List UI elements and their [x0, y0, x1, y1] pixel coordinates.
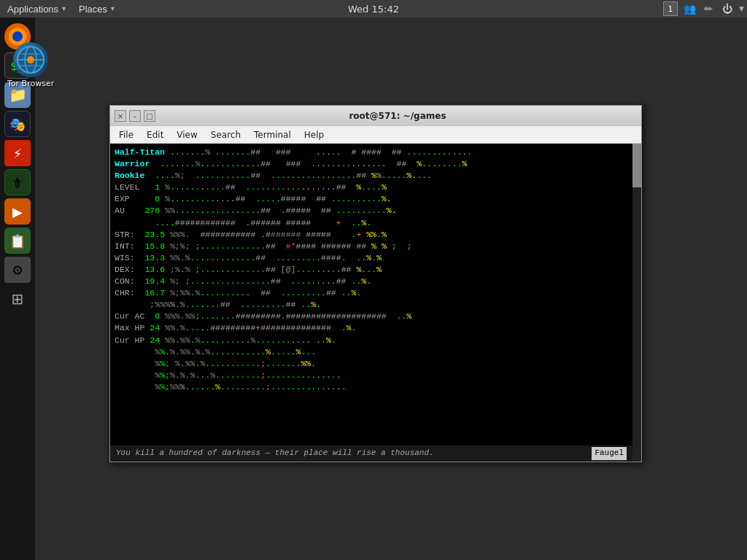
game-line-level: LEVEL 1 %...........## .................…	[115, 182, 637, 193]
pen-icon[interactable]: ✏	[701, 1, 716, 16]
game-line-sep1: ....############ .###### ##### + ..%.	[115, 217, 637, 229]
player-info-right: Faugel	[592, 447, 627, 459]
terminal-scrollbar[interactable]	[632, 144, 641, 462]
places-arrow: ▼	[109, 5, 116, 12]
menu-help[interactable]: Help	[298, 128, 330, 141]
game-message: You kill a hundred of darkness — their p…	[116, 448, 434, 459]
applications-label: Applications	[7, 4, 58, 15]
maximize-button[interactable]: □	[144, 110, 155, 122]
minimize-button[interactable]: –	[129, 110, 141, 122]
menu-search[interactable]: Search	[205, 128, 247, 141]
game-line-exp: EXP 0 %.............## .....##### ## ...…	[115, 193, 637, 205]
terminal-title: root@571: ~/games	[158, 111, 637, 121]
workspace-badge[interactable]: 1	[663, 1, 678, 16]
dock: $_ 📁 🎭 ⚡ 🗡 ▶ 📋 ⚙ ⊞	[0, 18, 35, 560]
applications-arrow: ▼	[61, 5, 67, 12]
places-menu[interactable]: Places ▼	[74, 2, 120, 16]
close-button[interactable]: ×	[115, 110, 126, 122]
game-line-con: CON: 19.4 %; ;................## .......…	[115, 276, 637, 287]
terminal-menubar: File Edit View Search Terminal Help	[110, 126, 641, 144]
desktop: $_ 📁 🎭 ⚡ 🗡 ▶ 📋 ⚙ ⊞	[0, 18, 747, 560]
game-line-au: AU 276 %%.................## .##### ## .…	[115, 205, 637, 217]
terminal-body[interactable]: Half-Titan .......% .......## ### ..... …	[110, 144, 641, 462]
game-line-b3: %%;%.%.%...%.........;...............	[115, 370, 637, 381]
menu-edit[interactable]: Edit	[141, 128, 169, 141]
player-name: Faugel	[592, 447, 627, 459]
topbar-right: 1 👥 ✏ ⏻ ▼	[663, 1, 744, 16]
game-line-chr: CHR: 16.7 %;%%.%.......... ## .........#…	[115, 287, 637, 299]
tor-icon-label: Tor Browser	[7, 79, 54, 88]
applications-menu[interactable]: Applications ▼	[3, 2, 71, 16]
topbar: Applications ▼ Places ▼ Wed 15:42 1 👥 ✏ …	[0, 0, 747, 18]
tor-icon-image	[13, 42, 48, 77]
game-line-wis: WIS: 13.3 %%.%.............## .........#…	[115, 252, 637, 264]
dock-notes[interactable]: 📋	[4, 228, 31, 254]
power-arrow: ▼	[739, 5, 744, 12]
game-line-2: Warrior .......%............## ### .....…	[115, 158, 637, 170]
dock-app1[interactable]: 🎭	[4, 111, 31, 137]
game-line-curac: Cur AC 0 %%%.%%;.......#########.#######…	[115, 311, 637, 322]
dock-app4[interactable]: ▶	[4, 198, 31, 225]
game-line-dex: DEX: 13.6 ;%.% ;.............## [@].....…	[115, 264, 637, 276]
game-line-int: INT: 15.8 %;%; ;.............## #*#### #…	[115, 241, 637, 252]
game-line-b1: %%.%.%%.%.%...........%.....%...	[115, 346, 637, 358]
dock-settings[interactable]: ⚙	[4, 257, 31, 283]
workspace-num: 1	[668, 4, 673, 14]
svg-point-1	[12, 31, 23, 42]
menu-view[interactable]: View	[171, 128, 203, 141]
game-line-b4: %%;%%%......%.........;...............	[115, 381, 637, 393]
game-line-1: Half-Titan .......% .......## ### ..... …	[115, 147, 637, 158]
dock-grid[interactable]: ⊞	[4, 286, 31, 312]
menu-file[interactable]: File	[113, 128, 139, 141]
datetime-label: Wed 15:42	[348, 4, 399, 15]
scrollbar-thumb[interactable]	[632, 144, 641, 187]
game-line-str: STR: 23.5 %%%. ########### .####### ####…	[115, 229, 637, 241]
people-icon[interactable]: 👥	[682, 1, 697, 16]
power-icon[interactable]: ⏻	[720, 1, 735, 16]
places-label: Places	[79, 4, 107, 15]
dock-app2[interactable]: ⚡	[4, 140, 31, 166]
game-line-curhp: Cur HP 24 %%.%%.%..........%........... …	[115, 335, 637, 346]
terminal-bottom-message: You kill a hundred of darkness — their p…	[110, 446, 632, 462]
topbar-left: Applications ▼ Places ▼	[3, 2, 120, 16]
dock-app3[interactable]: 🗡	[4, 169, 31, 195]
tor-browser-icon[interactable]: Tor Browser	[7, 42, 54, 88]
game-line-3: Rookie ....%; ...........## ............…	[115, 170, 637, 182]
svg-point-8	[27, 56, 34, 63]
terminal-window: × – □ root@571: ~/games File Edit View S…	[109, 105, 642, 462]
menu-terminal[interactable]: Terminal	[248, 128, 297, 141]
game-line-b2: %%; %.%%.%...........;.......%%.	[115, 358, 637, 370]
topbar-clock: Wed 15:42	[348, 4, 399, 15]
game-line-blank1: ;%%%%.%.......## .........## ..%.	[115, 299, 637, 311]
game-line-maxhp: Max HP 24 %%.%.....#########+###########…	[115, 322, 637, 334]
terminal-titlebar: × – □ root@571: ~/games	[110, 106, 641, 126]
